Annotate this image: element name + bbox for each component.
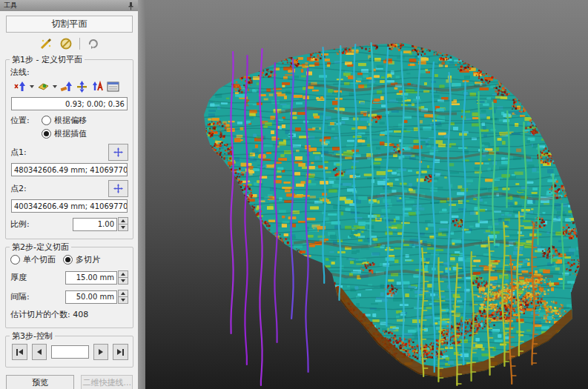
shortcut-2d-button[interactable]: 二维快捷线... [81, 375, 133, 389]
next-icon [117, 349, 122, 355]
radio-indicator [42, 129, 51, 139]
spinner-up-button[interactable] [118, 270, 128, 278]
spacing-input[interactable]: 50.00 mm [65, 290, 117, 304]
toolbar-separator [79, 38, 80, 50]
normal-along-x-icon[interactable] [13, 80, 27, 93]
normal-plane-icon[interactable] [36, 80, 50, 93]
radio-by-value-label: 根据插值 [54, 128, 87, 139]
step2-group: 第2步-定义切面 单个切面 多切片 厚度 15.00 mm [5, 247, 133, 328]
nav-index-input[interactable] [51, 345, 88, 359]
normal-value-input[interactable]: 0.93; 0.00; 0.36 [11, 97, 128, 110]
point1-pick-button[interactable] [108, 144, 128, 161]
tools-panel: 工具 切割平面 [0, 0, 138, 389]
point2-pick-button[interactable] [108, 180, 128, 197]
slice-navigator [12, 344, 128, 360]
point2-input[interactable]: 400342606.49 mm; 4106977042.00 mm [11, 199, 128, 213]
first-icon [16, 349, 18, 356]
slice-count-text: 估计切片的个数: 408 [10, 309, 88, 320]
no-entry-icon[interactable] [59, 37, 73, 50]
panel-title: 工具 [4, 1, 17, 10]
point2-label: 点2: [10, 183, 27, 194]
step2-legend: 第2步-定义切面 [10, 242, 71, 253]
crosshair-icon [113, 147, 124, 158]
normal-invert-icon[interactable] [75, 80, 89, 93]
radio-by-value[interactable]: 根据插值 [42, 128, 87, 139]
thickness-label: 厚度 [10, 272, 27, 283]
panel-splitter[interactable] [138, 0, 145, 389]
step3-group: 第3步-控制 [5, 336, 133, 368]
prev-icon [19, 349, 23, 355]
normal-dialog-icon[interactable] [106, 80, 120, 93]
radio-multi-slice[interactable]: 多切片 [63, 254, 100, 265]
dropdown-caret-icon[interactable] [30, 85, 34, 88]
step3-legend: 第3步-控制 [10, 330, 55, 342]
point-cloud-canvas[interactable] [145, 0, 588, 389]
nav-first-button[interactable] [12, 344, 27, 360]
scale-input[interactable]: 1.00 [73, 218, 117, 231]
prev-icon [37, 349, 42, 355]
normal-axes-icon[interactable] [90, 80, 105, 93]
magic-wand-icon[interactable] [39, 37, 53, 50]
dialog-toolbar [4, 35, 134, 54]
preview-button[interactable]: 预览 [6, 375, 74, 389]
spinner-up-button[interactable] [118, 290, 128, 297]
viewport-3d[interactable] [145, 0, 588, 389]
point1-input[interactable]: 480342606.49 mm; 4106977042.00 mm [11, 163, 128, 176]
crosshair-icon [113, 183, 124, 194]
scale-spinner [118, 217, 128, 231]
panel-titlebar: 工具 [0, 0, 138, 11]
spinner-down-button[interactable] [118, 225, 128, 231]
thickness-spinner [118, 270, 128, 285]
step1-legend: 第1步 - 定义切平面 [10, 54, 85, 65]
point1-label: 点1: [10, 147, 27, 158]
radio-multi-label: 多切片 [76, 254, 100, 265]
rotate-hand-icon[interactable] [87, 37, 100, 50]
pin-icon[interactable] [128, 1, 134, 10]
spinner-down-button[interactable] [118, 297, 128, 304]
radio-by-offset[interactable]: 根据偏移 [42, 115, 87, 126]
next-icon [99, 349, 103, 355]
panel-body: 切割平面 [0, 11, 138, 389]
radio-single-section[interactable]: 单个切面 [10, 254, 56, 265]
spinner-down-button[interactable] [118, 278, 128, 285]
normal-label: 法线: [10, 67, 30, 78]
radio-single-label: 单个切面 [23, 254, 56, 265]
normal-fit-icon[interactable] [59, 80, 73, 93]
dropdown-caret-icon[interactable] [53, 85, 57, 88]
position-label: 位置: [10, 115, 42, 126]
radio-indicator [10, 255, 20, 265]
radio-indicator [42, 116, 51, 125]
application-window: 工具 切割平面 [0, 0, 588, 389]
thickness-input[interactable]: 15.00 mm [65, 271, 117, 285]
spacing-spinner [118, 290, 128, 304]
spinner-up-button[interactable] [118, 217, 128, 225]
normal-toolbar [13, 80, 128, 93]
nav-prev-button[interactable] [32, 344, 47, 360]
dialog-title: 切割平面 [6, 16, 133, 33]
nav-last-button[interactable] [113, 344, 128, 360]
step1-group: 第1步 - 定义切平面 法线: [5, 59, 133, 239]
last-icon [122, 349, 124, 356]
radio-indicator [63, 255, 73, 265]
radio-by-offset-label: 根据偏移 [54, 115, 87, 126]
scale-label: 比例: [10, 219, 30, 230]
nav-next-button[interactable] [93, 344, 109, 360]
spacing-label: 间隔: [10, 291, 30, 302]
